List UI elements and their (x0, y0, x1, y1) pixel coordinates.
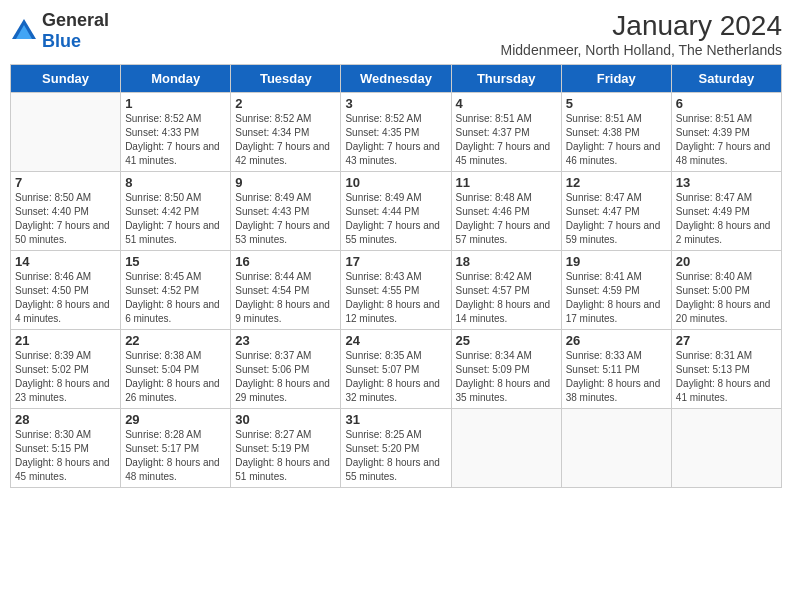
calendar-cell: 31Sunrise: 8:25 AMSunset: 5:20 PMDayligh… (341, 409, 451, 488)
day-number: 21 (15, 333, 116, 348)
calendar-cell: 7Sunrise: 8:50 AMSunset: 4:40 PMDaylight… (11, 172, 121, 251)
day-header-thursday: Thursday (451, 65, 561, 93)
title-block: January 2024 Middenmeer, North Holland, … (501, 10, 782, 58)
month-title: January 2024 (501, 10, 782, 42)
day-number: 8 (125, 175, 226, 190)
calendar-cell: 27Sunrise: 8:31 AMSunset: 5:13 PMDayligh… (671, 330, 781, 409)
cell-info: Sunrise: 8:48 AMSunset: 4:46 PMDaylight:… (456, 191, 557, 247)
logo-general: General (42, 10, 109, 30)
cell-info: Sunrise: 8:50 AMSunset: 4:40 PMDaylight:… (15, 191, 116, 247)
day-number: 5 (566, 96, 667, 111)
calendar-cell (451, 409, 561, 488)
day-header-friday: Friday (561, 65, 671, 93)
cell-info: Sunrise: 8:25 AMSunset: 5:20 PMDaylight:… (345, 428, 446, 484)
logo: General Blue (10, 10, 109, 52)
day-number: 30 (235, 412, 336, 427)
day-number: 10 (345, 175, 446, 190)
day-number: 29 (125, 412, 226, 427)
logo-icon (10, 17, 38, 45)
week-row-1: 1Sunrise: 8:52 AMSunset: 4:33 PMDaylight… (11, 93, 782, 172)
cell-info: Sunrise: 8:45 AMSunset: 4:52 PMDaylight:… (125, 270, 226, 326)
calendar-cell: 14Sunrise: 8:46 AMSunset: 4:50 PMDayligh… (11, 251, 121, 330)
subtitle: Middenmeer, North Holland, The Netherlan… (501, 42, 782, 58)
cell-info: Sunrise: 8:38 AMSunset: 5:04 PMDaylight:… (125, 349, 226, 405)
day-number: 17 (345, 254, 446, 269)
day-number: 22 (125, 333, 226, 348)
day-number: 2 (235, 96, 336, 111)
day-number: 16 (235, 254, 336, 269)
logo-blue: Blue (42, 31, 81, 51)
cell-info: Sunrise: 8:43 AMSunset: 4:55 PMDaylight:… (345, 270, 446, 326)
calendar-cell: 8Sunrise: 8:50 AMSunset: 4:42 PMDaylight… (121, 172, 231, 251)
day-number: 1 (125, 96, 226, 111)
calendar-cell: 19Sunrise: 8:41 AMSunset: 4:59 PMDayligh… (561, 251, 671, 330)
cell-info: Sunrise: 8:35 AMSunset: 5:07 PMDaylight:… (345, 349, 446, 405)
week-row-2: 7Sunrise: 8:50 AMSunset: 4:40 PMDaylight… (11, 172, 782, 251)
cell-info: Sunrise: 8:50 AMSunset: 4:42 PMDaylight:… (125, 191, 226, 247)
cell-info: Sunrise: 8:40 AMSunset: 5:00 PMDaylight:… (676, 270, 777, 326)
day-number: 12 (566, 175, 667, 190)
calendar-cell: 24Sunrise: 8:35 AMSunset: 5:07 PMDayligh… (341, 330, 451, 409)
cell-info: Sunrise: 8:44 AMSunset: 4:54 PMDaylight:… (235, 270, 336, 326)
day-number: 11 (456, 175, 557, 190)
day-header-tuesday: Tuesday (231, 65, 341, 93)
cell-info: Sunrise: 8:41 AMSunset: 4:59 PMDaylight:… (566, 270, 667, 326)
cell-info: Sunrise: 8:47 AMSunset: 4:47 PMDaylight:… (566, 191, 667, 247)
calendar-table: SundayMondayTuesdayWednesdayThursdayFrid… (10, 64, 782, 488)
calendar-cell: 15Sunrise: 8:45 AMSunset: 4:52 PMDayligh… (121, 251, 231, 330)
day-number: 26 (566, 333, 667, 348)
calendar-cell (11, 93, 121, 172)
calendar-cell: 28Sunrise: 8:30 AMSunset: 5:15 PMDayligh… (11, 409, 121, 488)
day-header-wednesday: Wednesday (341, 65, 451, 93)
week-row-4: 21Sunrise: 8:39 AMSunset: 5:02 PMDayligh… (11, 330, 782, 409)
calendar-cell: 13Sunrise: 8:47 AMSunset: 4:49 PMDayligh… (671, 172, 781, 251)
calendar-cell: 20Sunrise: 8:40 AMSunset: 5:00 PMDayligh… (671, 251, 781, 330)
day-number: 3 (345, 96, 446, 111)
cell-info: Sunrise: 8:51 AMSunset: 4:37 PMDaylight:… (456, 112, 557, 168)
day-number: 9 (235, 175, 336, 190)
calendar-cell: 1Sunrise: 8:52 AMSunset: 4:33 PMDaylight… (121, 93, 231, 172)
day-number: 27 (676, 333, 777, 348)
calendar-cell: 25Sunrise: 8:34 AMSunset: 5:09 PMDayligh… (451, 330, 561, 409)
cell-info: Sunrise: 8:49 AMSunset: 4:43 PMDaylight:… (235, 191, 336, 247)
cell-info: Sunrise: 8:27 AMSunset: 5:19 PMDaylight:… (235, 428, 336, 484)
cell-info: Sunrise: 8:30 AMSunset: 5:15 PMDaylight:… (15, 428, 116, 484)
day-number: 18 (456, 254, 557, 269)
logo-text: General Blue (42, 10, 109, 52)
day-number: 19 (566, 254, 667, 269)
day-number: 4 (456, 96, 557, 111)
calendar-cell (561, 409, 671, 488)
calendar-cell: 4Sunrise: 8:51 AMSunset: 4:37 PMDaylight… (451, 93, 561, 172)
day-number: 28 (15, 412, 116, 427)
cell-info: Sunrise: 8:52 AMSunset: 4:35 PMDaylight:… (345, 112, 446, 168)
calendar-cell: 5Sunrise: 8:51 AMSunset: 4:38 PMDaylight… (561, 93, 671, 172)
calendar-cell: 17Sunrise: 8:43 AMSunset: 4:55 PMDayligh… (341, 251, 451, 330)
calendar-cell (671, 409, 781, 488)
day-number: 14 (15, 254, 116, 269)
day-number: 7 (15, 175, 116, 190)
calendar-cell: 12Sunrise: 8:47 AMSunset: 4:47 PMDayligh… (561, 172, 671, 251)
cell-info: Sunrise: 8:42 AMSunset: 4:57 PMDaylight:… (456, 270, 557, 326)
day-number: 13 (676, 175, 777, 190)
day-number: 20 (676, 254, 777, 269)
calendar-cell: 26Sunrise: 8:33 AMSunset: 5:11 PMDayligh… (561, 330, 671, 409)
calendar-cell: 16Sunrise: 8:44 AMSunset: 4:54 PMDayligh… (231, 251, 341, 330)
cell-info: Sunrise: 8:51 AMSunset: 4:39 PMDaylight:… (676, 112, 777, 168)
cell-info: Sunrise: 8:39 AMSunset: 5:02 PMDaylight:… (15, 349, 116, 405)
week-row-5: 28Sunrise: 8:30 AMSunset: 5:15 PMDayligh… (11, 409, 782, 488)
day-header-monday: Monday (121, 65, 231, 93)
cell-info: Sunrise: 8:37 AMSunset: 5:06 PMDaylight:… (235, 349, 336, 405)
calendar-cell: 6Sunrise: 8:51 AMSunset: 4:39 PMDaylight… (671, 93, 781, 172)
day-header-row: SundayMondayTuesdayWednesdayThursdayFrid… (11, 65, 782, 93)
calendar-cell: 30Sunrise: 8:27 AMSunset: 5:19 PMDayligh… (231, 409, 341, 488)
day-number: 23 (235, 333, 336, 348)
day-header-sunday: Sunday (11, 65, 121, 93)
day-number: 6 (676, 96, 777, 111)
calendar-cell: 29Sunrise: 8:28 AMSunset: 5:17 PMDayligh… (121, 409, 231, 488)
calendar-cell: 10Sunrise: 8:49 AMSunset: 4:44 PMDayligh… (341, 172, 451, 251)
calendar-cell: 11Sunrise: 8:48 AMSunset: 4:46 PMDayligh… (451, 172, 561, 251)
calendar-cell: 3Sunrise: 8:52 AMSunset: 4:35 PMDaylight… (341, 93, 451, 172)
day-number: 31 (345, 412, 446, 427)
cell-info: Sunrise: 8:52 AMSunset: 4:34 PMDaylight:… (235, 112, 336, 168)
cell-info: Sunrise: 8:51 AMSunset: 4:38 PMDaylight:… (566, 112, 667, 168)
